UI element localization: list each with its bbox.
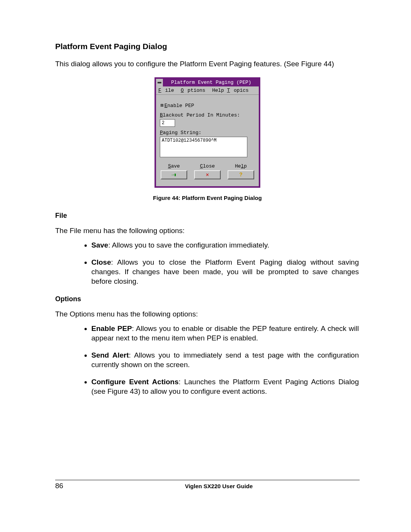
menu-help-topics[interactable]: Help Topics [212,88,249,93]
menu-options[interactable]: Options [181,88,206,93]
figure-caption: Figure 44: Platform Event Paging Dialog [55,195,360,201]
list-item: Configure Event Actions: Launches the Pl… [91,377,360,396]
figure-container: Platform Event Paging (PEP) File Options… [55,77,360,188]
list-item: Enable PEP: Allows you to enable or disa… [91,324,360,343]
dialog-title: Platform Event Paging (PEP) [164,79,259,86]
document-page: Platform Event Paging Dialog This dialog… [0,0,411,513]
options-option-list: Enable PEP: Allows you to enable or disa… [55,324,360,396]
list-item: Send Alert: Allows you to immediately se… [91,350,360,369]
close-icon: ✕ [206,171,209,178]
intro-paragraph: This dialog allows you to configure the … [55,59,360,69]
blackout-label: Blackout Period In Minutes: [160,112,255,118]
file-lead: The File menu has the following options: [55,227,360,235]
page-footer: 86 Viglen SX220 User Guide [55,482,360,490]
system-menu-icon[interactable] [156,79,164,86]
list-item: Save: Allows you to save the configurati… [91,240,360,250]
list-item: Close: Allows you to close the Platform … [91,257,360,286]
footer-rule [55,480,360,480]
pep-dialog: Platform Event Paging (PEP) File Options… [155,77,260,188]
dialog-button-row: Save →▮ Close ✕ Help ? [160,163,255,182]
help-button-label: Help [228,163,254,169]
page-title: Platform Event Paging Dialog [55,42,360,51]
paging-string-input[interactable]: ATDT102@1234567890^M [160,137,247,157]
help-icon: ? [239,172,242,178]
save-button-label: Save [161,163,187,169]
file-option-list: Save: Allows you to save the configurati… [55,240,360,286]
enable-pep-checkbox[interactable]: ⊠ [160,102,164,109]
file-heading: File [55,212,360,220]
dialog-menubar: File Options Help Topics [156,86,259,95]
help-button[interactable]: ? [228,170,254,179]
save-button[interactable]: →▮ [161,170,187,179]
options-lead: The Options menu has the following optio… [55,310,360,318]
dialog-body: ⊠Enable PEP Blackout Period In Minutes: … [156,95,259,186]
save-icon: →▮ [171,172,176,177]
footer-title: Viglen SX220 User Guide [78,483,360,489]
options-heading: Options [55,295,360,303]
close-button-label: Close [194,163,221,169]
menu-file[interactable]: File [158,88,174,93]
dialog-titlebar: Platform Event Paging (PEP) [156,79,259,86]
blackout-input[interactable]: 2 [160,119,175,127]
page-number: 86 [55,482,78,490]
enable-pep-label: Enable PEP [164,103,194,109]
paging-string-label: Paging String: [160,130,255,136]
close-button[interactable]: ✕ [194,170,221,179]
